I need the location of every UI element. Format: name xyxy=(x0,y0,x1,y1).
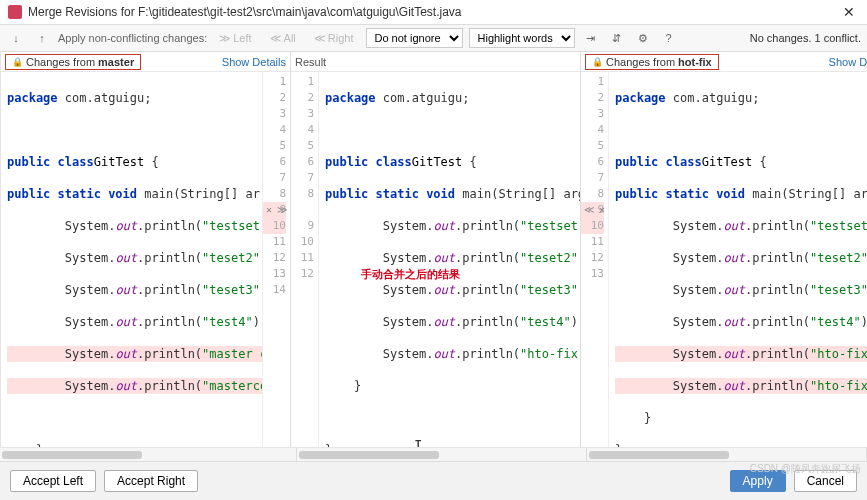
next-diff-icon[interactable]: ↑ xyxy=(32,28,52,48)
app-icon xyxy=(8,5,22,19)
accept-left-button[interactable]: Accept Left xyxy=(10,470,96,492)
right-code: package com.atguigu; public class GitTes… xyxy=(609,72,867,447)
prev-diff-icon[interactable]: ↓ xyxy=(6,28,26,48)
annotation-text: 手动合并之后的结果 xyxy=(361,267,460,283)
result-label: Result xyxy=(295,56,326,68)
accept-right-button[interactable]: Accept Right xyxy=(104,470,198,492)
help-icon[interactable]: ? xyxy=(659,28,679,48)
lock-icon: 🔒 xyxy=(592,57,603,67)
show-details-link[interactable]: Show Details xyxy=(829,56,867,68)
show-details-link[interactable]: Show Details xyxy=(222,56,286,68)
left-hscroll[interactable] xyxy=(0,447,297,461)
collapse-icon[interactable]: ⇥ xyxy=(581,28,601,48)
watermark: CSDN @随风奔跑尿飞扬 xyxy=(750,462,861,476)
sync-scroll-icon[interactable]: ⇵ xyxy=(607,28,627,48)
left-gutter: 1234567891011121314 xyxy=(262,72,290,447)
left-code: package com.atguigu; public class GitTes… xyxy=(1,72,262,447)
right-merge-actions[interactable]: ≪✕ xyxy=(583,202,608,218)
accept-icon: ≫ xyxy=(276,202,288,218)
lock-icon: 🔒 xyxy=(12,57,23,67)
accept-icon: ≪ xyxy=(583,202,595,218)
right-hscroll[interactable] xyxy=(587,447,867,461)
apply-right-button[interactable]: ≪ Right xyxy=(308,30,360,47)
apply-all-button[interactable]: ≪ All xyxy=(264,30,302,47)
right-branch-tag: 🔒 Changes from hot-fix xyxy=(585,54,719,70)
reject-icon: ✕ xyxy=(263,202,275,218)
mid-gutter: 123456789101112 xyxy=(291,72,319,447)
reject-icon: ✕ xyxy=(596,202,608,218)
right-gutter: 12345678910111213 xyxy=(581,72,609,447)
window-title: Merge Revisions for F:\gitideatest\git-t… xyxy=(28,5,833,19)
close-icon[interactable]: ✕ xyxy=(839,4,859,20)
mid-code[interactable]: package com.atguigu; public class GitTes… xyxy=(319,72,580,447)
left-branch-tag: 🔒 Changes from master xyxy=(5,54,141,70)
ignore-mode-select[interactable]: Do not ignore xyxy=(366,28,463,48)
text-cursor: I xyxy=(414,437,422,447)
left-merge-actions[interactable]: ✕≫ xyxy=(263,202,288,218)
apply-nc-label: Apply non-conflicting changes: xyxy=(58,32,207,44)
highlight-mode-select[interactable]: Highlight words xyxy=(469,28,575,48)
apply-left-button[interactable]: ≫ Left xyxy=(213,30,257,47)
mid-hscroll[interactable] xyxy=(297,447,587,461)
settings-icon[interactable]: ⚙ xyxy=(633,28,653,48)
status-text: No changes. 1 conflict. xyxy=(750,32,861,44)
